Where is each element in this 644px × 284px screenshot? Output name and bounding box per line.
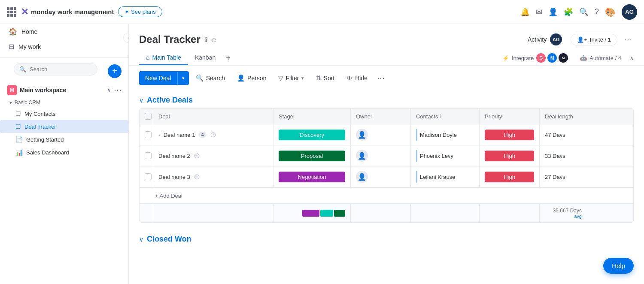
user-avatar[interactable]: AG xyxy=(622,4,637,20)
add-deal-row[interactable]: + Add Deal xyxy=(140,187,633,203)
new-deal-dropdown-icon[interactable]: ▾ xyxy=(177,72,189,85)
row1-priority-badge[interactable]: High xyxy=(485,130,534,140)
contacts-info-icon: ℹ xyxy=(440,114,441,119)
row3-add-subitem-icon[interactable]: ⊕ xyxy=(194,172,200,181)
summary-empty-1 xyxy=(140,204,153,222)
tab-add-button[interactable]: + xyxy=(222,51,234,65)
hide-icon: 👁 xyxy=(346,75,353,82)
invite-button[interactable]: 👤+ Invite / 1 xyxy=(571,34,617,45)
toolbar-more-button[interactable]: ⋯ xyxy=(374,71,387,85)
integrate-button[interactable]: ⚡ Integrate G M M xyxy=(499,51,571,64)
row2-stage-cell: Proposal xyxy=(273,145,351,166)
activity-button[interactable]: Activity AG xyxy=(524,32,565,47)
inbox-icon[interactable]: ✉ xyxy=(536,7,542,17)
row1-deal-name-row: › Deal name 1 4 ⊕ xyxy=(158,130,216,139)
invite-person-icon: 👤+ xyxy=(577,36,587,43)
closed-won-title[interactable]: Closed Won xyxy=(147,235,191,244)
search-icon[interactable]: 🔍 xyxy=(579,7,589,17)
info-icon[interactable]: ℹ xyxy=(205,36,207,44)
page-more-button[interactable]: ⋯ xyxy=(623,33,634,46)
row3-owner-avatar[interactable]: 👤 xyxy=(356,171,368,183)
row3-contacts-cell: Leilani Krause xyxy=(411,166,480,187)
new-deal-button[interactable]: New Deal ▾ xyxy=(139,71,189,85)
activity-avatar: AG xyxy=(550,33,562,45)
negotiation-bar xyxy=(302,210,319,217)
row1-sub-count[interactable]: 4 xyxy=(198,132,206,138)
sort-button[interactable]: ⇅ Sort xyxy=(311,71,340,85)
notifications-icon[interactable]: 🔔 xyxy=(520,7,530,17)
row1-expand-icon[interactable]: › xyxy=(158,132,160,137)
closed-won-collapse-icon[interactable]: ∨ xyxy=(139,236,143,243)
row3-checkbox[interactable] xyxy=(145,173,152,180)
summary-empty-5 xyxy=(480,204,540,222)
active-deals-collapse-icon[interactable]: ∨ xyxy=(139,97,143,104)
row1-add-subitem-icon[interactable]: ⊕ xyxy=(210,130,216,139)
row2-checkbox[interactable] xyxy=(145,152,152,159)
workspace-header[interactable]: M Main workspace ∨ ⋯ xyxy=(0,82,128,98)
workspace-more-icon[interactable]: ⋯ xyxy=(114,85,122,95)
row1-checkbox[interactable] xyxy=(145,131,152,138)
row2-contacts-divider xyxy=(416,150,417,162)
help-nav-icon[interactable]: ? xyxy=(595,7,599,16)
row2-add-subitem-icon[interactable]: ⊕ xyxy=(194,151,200,160)
sidebar-item-my-contacts[interactable]: ☐ My Contacts xyxy=(0,107,128,120)
deal-length-column-header: Deal length xyxy=(540,109,587,124)
table-row: Deal name 2 ⊕ Proposal 👤 Phoenix Levy xyxy=(140,145,633,166)
owner-col-label: Owner xyxy=(356,113,372,120)
tabs-right: ⚡ Integrate G M M 🤖 Automate / 4 ∧ xyxy=(499,51,634,64)
collapse-tabs-icon[interactable]: ∧ xyxy=(630,55,634,61)
row1-contacts-divider xyxy=(416,129,417,141)
sidebar-item-label: Deal Tracker xyxy=(24,124,56,130)
header-checkbox[interactable] xyxy=(145,113,152,120)
sidebar-item-getting-started[interactable]: 📄 Getting Started xyxy=(0,133,128,146)
section-arrow-icon: ▼ xyxy=(9,100,13,105)
sidebar-item-sales-dashboard[interactable]: 📊 Sales Dashboard xyxy=(0,146,128,159)
person-button[interactable]: 👤 Person xyxy=(232,71,271,85)
star-icon[interactable]: ☆ xyxy=(211,36,217,44)
sidebar-item-my-work[interactable]: ⊟ My work xyxy=(0,39,128,54)
apps-grid-icon[interactable] xyxy=(7,7,16,17)
row3-deal-name[interactable]: Deal name 3 xyxy=(158,174,190,180)
row3-stage-badge[interactable]: Negotiation xyxy=(279,172,345,182)
row2-deal-name[interactable]: Deal name 2 xyxy=(158,153,190,159)
row2-deal-cell: Deal name 2 ⊕ xyxy=(153,145,273,166)
invite-icon[interactable]: 👤 xyxy=(548,7,558,17)
row1-deal-name[interactable]: Deal name 1 xyxy=(164,132,195,138)
toolbar: New Deal ▾ 🔍 Search 👤 Person ▽ Filter ▾ … xyxy=(129,66,644,91)
add-deal-label: + Add Deal xyxy=(155,193,182,199)
sort-label: Sort xyxy=(324,75,335,82)
contacts-col-label: Contacts xyxy=(416,113,438,120)
tabs-row: ⌂ Main Table Kanban + ⚡ Integrate G M M xyxy=(129,47,644,66)
sidebar-search-input[interactable] xyxy=(30,66,92,73)
tab-main-table-label: Main Table xyxy=(152,54,181,61)
logo: ✕ monday work management xyxy=(21,6,114,18)
row2-stage-badge[interactable]: Proposal xyxy=(279,151,345,161)
row1-owner-avatar[interactable]: 👤 xyxy=(356,129,368,141)
help-button[interactable]: Help xyxy=(603,258,634,274)
activity-label: Activity xyxy=(528,36,547,43)
active-deals-title[interactable]: Active Deals xyxy=(147,96,193,105)
row1-priority-cell: High xyxy=(480,124,540,145)
search-toolbar-button[interactable]: 🔍 Search xyxy=(191,71,230,85)
add-board-button[interactable]: + xyxy=(108,64,122,78)
see-plans-button[interactable]: ✦ See plans xyxy=(118,6,162,17)
hide-button[interactable]: 👁 Hide xyxy=(341,72,373,85)
person-label: Person xyxy=(247,75,266,82)
person-icon: 👤 xyxy=(237,74,245,82)
filter-button[interactable]: ▽ Filter ▾ xyxy=(273,71,309,85)
tab-main-table[interactable]: ⌂ Main Table xyxy=(139,51,188,65)
row3-priority-badge[interactable]: High xyxy=(485,172,534,182)
search-toolbar-icon: 🔍 xyxy=(196,74,204,82)
sidebar-item-deal-tracker[interactable]: ☐ Deal Tracker xyxy=(0,120,128,133)
deal-length-col-label: Deal length xyxy=(545,113,573,120)
sidebar-my-work-label: My work xyxy=(18,43,41,50)
row2-owner-avatar[interactable]: 👤 xyxy=(356,150,368,162)
sidebar-item-home[interactable]: 🏠 Home xyxy=(0,24,128,39)
apps-icon[interactable]: 🧩 xyxy=(564,7,573,17)
row2-priority-badge[interactable]: High xyxy=(485,151,534,161)
row1-stage-badge[interactable]: Discovery xyxy=(279,130,345,140)
automate-button[interactable]: 🤖 Automate / 4 xyxy=(577,53,625,63)
row1-owner-cell: 👤 xyxy=(351,124,411,145)
tab-kanban[interactable]: Kanban xyxy=(188,51,222,65)
proposal-bar xyxy=(334,210,345,217)
